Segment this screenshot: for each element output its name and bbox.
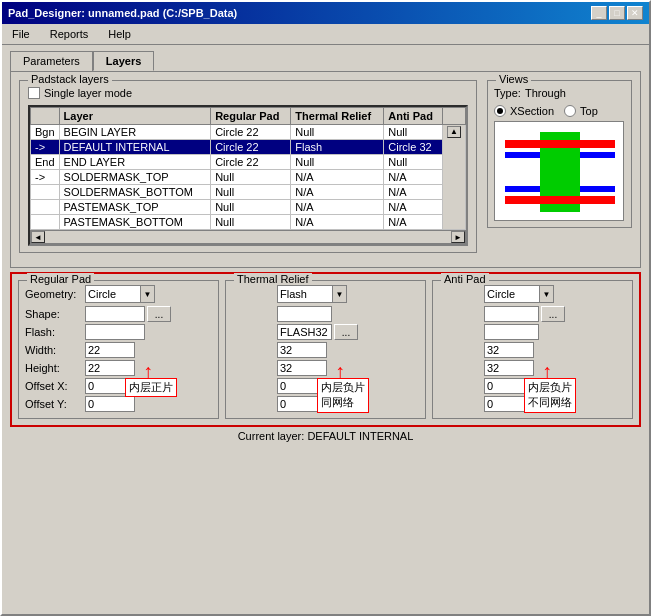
row-prefix: Bgn: [31, 125, 60, 140]
tab-layers[interactable]: Layers: [93, 51, 154, 71]
table-row[interactable]: SOLDERMASK_BOTTOM Null N/A N/A: [31, 185, 466, 200]
row-layer: SOLDERMASK_BOTTOM: [59, 185, 211, 200]
single-layer-row: Single layer mode: [28, 87, 468, 99]
svg-rect-5: [580, 152, 615, 158]
regular-height-row: Height: ↑ 内层正片: [25, 360, 212, 376]
thermal-flash-browse[interactable]: ...: [334, 324, 358, 340]
row-thermal: N/A: [291, 170, 384, 185]
current-layer-value: DEFAULT INTERNAL: [307, 430, 413, 442]
svg-rect-7: [580, 186, 615, 192]
row-anti: Circle 32: [384, 140, 443, 155]
thermal-width-row: [232, 342, 419, 358]
annotation-thermal: 内层负片同网络: [317, 378, 369, 413]
minimize-button[interactable]: _: [591, 6, 607, 20]
svg-rect-2: [505, 140, 615, 148]
anti-pad-title: Anti Pad: [441, 273, 489, 285]
regular-geometry-select[interactable]: Circle ▼: [85, 285, 155, 303]
regular-width-input[interactable]: [85, 342, 135, 358]
row-anti: N/A: [384, 215, 443, 230]
row-thermal: Null: [291, 155, 384, 170]
pad-settings-section: Regular Pad Geometry: Circle ▼ Shape: ..…: [10, 272, 641, 427]
anti-flash-input[interactable]: [484, 324, 539, 340]
regular-flash-input[interactable]: [85, 324, 145, 340]
row-layer: BEGIN LAYER: [59, 125, 211, 140]
content-area: Parameters Layers Padstack layers Single…: [2, 45, 649, 451]
table-row[interactable]: PASTEMASK_BOTTOM Null N/A N/A: [31, 215, 466, 230]
regular-offsety-label: Offset Y:: [25, 398, 85, 410]
regular-geometry-row: Geometry: Circle ▼: [25, 285, 212, 303]
row-anti: Null: [384, 125, 443, 140]
row-prefix: [31, 215, 60, 230]
anti-shape-browse[interactable]: ...: [541, 306, 565, 322]
row-thermal: N/A: [291, 215, 384, 230]
table-row[interactable]: Bgn BEGIN LAYER Circle 22 Null Null ▲: [31, 125, 466, 140]
thermal-geometry-value: Flash: [278, 288, 332, 300]
row-layer: PASTEMASK_BOTTOM: [59, 215, 211, 230]
anti-height-input[interactable]: [484, 360, 534, 376]
row-regular: Null: [211, 215, 291, 230]
views-group: Views Type: Through XSection Top: [487, 80, 632, 228]
maximize-button[interactable]: □: [609, 6, 625, 20]
xsection-radio[interactable]: [494, 105, 506, 117]
table-row[interactable]: End END LAYER Circle 22 Null Null: [31, 155, 466, 170]
layer-table: Layer Regular Pad Thermal Relief Anti Pa…: [30, 107, 466, 230]
regular-height-input[interactable]: [85, 360, 135, 376]
anti-flash-row: [439, 324, 626, 340]
horizontal-scrollbar[interactable]: ◄ ►: [30, 230, 466, 244]
row-regular: Circle 22: [211, 125, 291, 140]
row-scroll: ▲: [443, 125, 466, 230]
thermal-geometry-select[interactable]: Flash ▼: [277, 285, 347, 303]
table-row-selected[interactable]: -> DEFAULT INTERNAL Circle 22 Flash Circ…: [31, 140, 466, 155]
regular-height-label: Height:: [25, 362, 85, 374]
svg-rect-3: [505, 196, 615, 204]
menu-help[interactable]: Help: [102, 26, 137, 42]
thermal-width-input[interactable]: [277, 342, 327, 358]
row-thermal: Null: [291, 125, 384, 140]
anti-pad-group: Anti Pad Circle ▼ ...: [432, 280, 633, 419]
regular-shape-input[interactable]: [85, 306, 145, 322]
thermal-geometry-arrow[interactable]: ▼: [332, 286, 346, 302]
regular-shape-browse[interactable]: ...: [147, 306, 171, 322]
annotation-inner-positive: 内层正片: [125, 378, 177, 397]
type-value: Through: [525, 87, 566, 99]
row-anti: N/A: [384, 185, 443, 200]
top-radio[interactable]: [564, 105, 576, 117]
table-row[interactable]: PASTEMASK_TOP Null N/A N/A: [31, 200, 466, 215]
thermal-height-input[interactable]: [277, 360, 327, 376]
regular-pad-title: Regular Pad: [27, 273, 94, 285]
regular-shape-label: Shape:: [25, 308, 85, 320]
regular-offsetx-row: Offset X:: [25, 378, 212, 394]
window-title: Pad_Designer: unnamed.pad (C:/SPB_Data): [8, 7, 237, 19]
thermal-shape-input[interactable]: [277, 306, 332, 322]
menu-file[interactable]: File: [6, 26, 36, 42]
anti-shape-input[interactable]: [484, 306, 539, 322]
table-row[interactable]: -> SOLDERMASK_TOP Null N/A N/A: [31, 170, 466, 185]
thermal-height-row: ↑ 内层负片同网络: [232, 360, 419, 376]
current-layer-bar: Current layer: DEFAULT INTERNAL: [10, 427, 641, 445]
row-layer: DEFAULT INTERNAL: [59, 140, 211, 155]
pad-preview: [494, 121, 624, 221]
views-type-row: Type: Through: [494, 87, 625, 99]
col-thermal: Thermal Relief: [291, 108, 384, 125]
anti-geometry-select[interactable]: Circle ▼: [484, 285, 554, 303]
regular-flash-label: Flash:: [25, 326, 85, 338]
anti-geometry-arrow[interactable]: ▼: [539, 286, 553, 302]
close-button[interactable]: ✕: [627, 6, 643, 20]
tab-content: Padstack layers Single layer mode Layer …: [10, 71, 641, 268]
annotation-anti: 内层负片不同网络: [524, 378, 576, 413]
regular-offsety-input[interactable]: [85, 396, 135, 412]
regular-geometry-arrow[interactable]: ▼: [140, 286, 154, 302]
menu-reports[interactable]: Reports: [44, 26, 95, 42]
views-title: Views: [496, 73, 531, 85]
thermal-flash-input[interactable]: [277, 324, 332, 340]
single-layer-checkbox[interactable]: [28, 87, 40, 99]
anti-shape-row: ...: [439, 306, 626, 322]
tab-parameters[interactable]: Parameters: [10, 51, 93, 71]
row-thermal: N/A: [291, 200, 384, 215]
row-prefix: [31, 185, 60, 200]
row-regular: Null: [211, 185, 291, 200]
padstack-layers-group: Padstack layers Single layer mode Layer …: [19, 80, 477, 253]
row-thermal: N/A: [291, 185, 384, 200]
anti-width-input[interactable]: [484, 342, 534, 358]
row-anti: N/A: [384, 170, 443, 185]
